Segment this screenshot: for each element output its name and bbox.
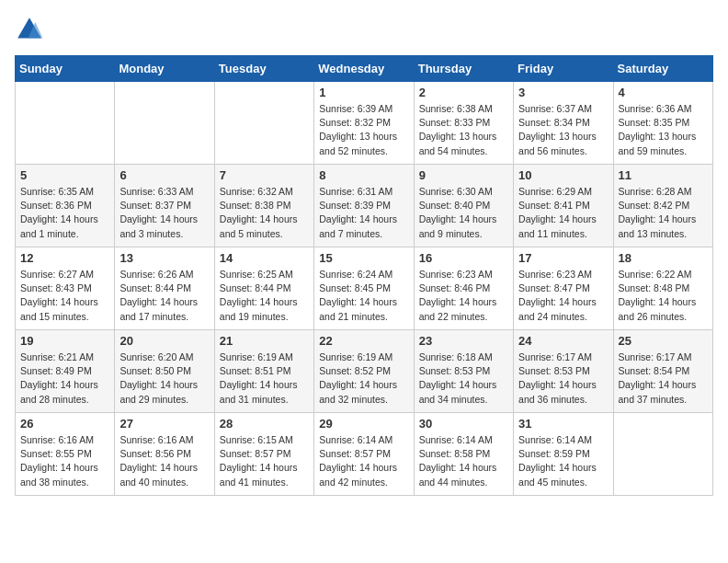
calendar-cell: 10Sunrise: 6:29 AM Sunset: 8:41 PM Dayli… xyxy=(514,165,613,247)
day-number: 15 xyxy=(319,251,408,265)
header-thursday: Thursday xyxy=(414,56,513,82)
day-info: Sunrise: 6:17 AM Sunset: 8:54 PM Dayligh… xyxy=(619,350,708,407)
day-number: 1 xyxy=(319,86,408,99)
calendar: SundayMondayTuesdayWednesdayThursdayFrid… xyxy=(15,55,713,496)
day-info: Sunrise: 6:16 AM Sunset: 8:56 PM Dayligh… xyxy=(119,433,209,489)
page-header xyxy=(15,15,713,44)
week-row-1: 1Sunrise: 6:39 AM Sunset: 8:32 PM Daylig… xyxy=(16,82,713,165)
calendar-cell: 25Sunrise: 6:17 AM Sunset: 8:54 PM Dayli… xyxy=(613,330,712,413)
day-number: 17 xyxy=(518,251,608,265)
calendar-cell: 24Sunrise: 6:17 AM Sunset: 8:53 PM Dayli… xyxy=(514,330,613,413)
header-monday: Monday xyxy=(115,56,214,82)
calendar-cell: 30Sunrise: 6:14 AM Sunset: 8:58 PM Dayli… xyxy=(414,413,513,496)
calendar-cell: 20Sunrise: 6:20 AM Sunset: 8:50 PM Dayli… xyxy=(115,330,214,413)
day-number: 24 xyxy=(518,334,608,348)
calendar-cell: 21Sunrise: 6:19 AM Sunset: 8:51 PM Dayli… xyxy=(214,330,313,413)
calendar-cell: 29Sunrise: 6:14 AM Sunset: 8:57 PM Dayli… xyxy=(314,413,414,496)
week-row-4: 19Sunrise: 6:21 AM Sunset: 8:49 PM Dayli… xyxy=(16,330,713,413)
calendar-cell: 3Sunrise: 6:37 AM Sunset: 8:34 PM Daylig… xyxy=(514,82,613,165)
day-number: 22 xyxy=(319,334,408,348)
day-info: Sunrise: 6:14 AM Sunset: 8:57 PM Dayligh… xyxy=(319,433,408,489)
day-number: 13 xyxy=(119,251,209,265)
calendar-cell: 28Sunrise: 6:15 AM Sunset: 8:57 PM Dayli… xyxy=(214,413,313,496)
calendar-cell: 18Sunrise: 6:22 AM Sunset: 8:48 PM Dayli… xyxy=(613,247,712,330)
logo-icon xyxy=(15,15,44,44)
calendar-cell: 12Sunrise: 6:27 AM Sunset: 8:43 PM Dayli… xyxy=(16,247,115,330)
day-number: 4 xyxy=(619,86,708,99)
calendar-cell xyxy=(214,82,313,165)
calendar-cell: 27Sunrise: 6:16 AM Sunset: 8:56 PM Dayli… xyxy=(115,413,214,496)
header-friday: Friday xyxy=(514,56,613,82)
day-info: Sunrise: 6:39 AM Sunset: 8:32 PM Dayligh… xyxy=(319,102,408,158)
day-number: 27 xyxy=(119,417,209,431)
day-number: 28 xyxy=(220,417,309,431)
calendar-cell: 7Sunrise: 6:32 AM Sunset: 8:38 PM Daylig… xyxy=(214,165,313,247)
day-info: Sunrise: 6:19 AM Sunset: 8:52 PM Dayligh… xyxy=(319,350,408,407)
week-row-5: 26Sunrise: 6:16 AM Sunset: 8:55 PM Dayli… xyxy=(16,413,713,496)
day-info: Sunrise: 6:25 AM Sunset: 8:44 PM Dayligh… xyxy=(220,268,309,324)
day-info: Sunrise: 6:19 AM Sunset: 8:51 PM Dayligh… xyxy=(220,350,309,407)
calendar-cell: 17Sunrise: 6:23 AM Sunset: 8:47 PM Dayli… xyxy=(514,247,613,330)
day-info: Sunrise: 6:16 AM Sunset: 8:55 PM Dayligh… xyxy=(20,433,109,489)
day-info: Sunrise: 6:22 AM Sunset: 8:48 PM Dayligh… xyxy=(619,268,708,324)
calendar-cell: 11Sunrise: 6:28 AM Sunset: 8:42 PM Dayli… xyxy=(613,165,712,247)
calendar-cell: 8Sunrise: 6:31 AM Sunset: 8:39 PM Daylig… xyxy=(314,165,414,247)
day-number: 29 xyxy=(319,417,408,431)
calendar-cell: 31Sunrise: 6:14 AM Sunset: 8:59 PM Dayli… xyxy=(514,413,613,496)
day-number: 25 xyxy=(619,334,708,348)
day-info: Sunrise: 6:36 AM Sunset: 8:35 PM Dayligh… xyxy=(619,102,708,158)
day-info: Sunrise: 6:31 AM Sunset: 8:39 PM Dayligh… xyxy=(319,185,408,241)
day-number: 26 xyxy=(20,417,109,431)
day-number: 21 xyxy=(220,334,309,348)
calendar-cell: 5Sunrise: 6:35 AM Sunset: 8:36 PM Daylig… xyxy=(16,165,115,247)
day-info: Sunrise: 6:28 AM Sunset: 8:42 PM Dayligh… xyxy=(619,185,708,241)
day-info: Sunrise: 6:30 AM Sunset: 8:40 PM Dayligh… xyxy=(419,185,508,241)
header-wednesday: Wednesday xyxy=(314,56,414,82)
header-tuesday: Tuesday xyxy=(214,56,313,82)
day-number: 12 xyxy=(20,251,109,265)
day-info: Sunrise: 6:32 AM Sunset: 8:38 PM Dayligh… xyxy=(220,185,309,241)
day-number: 18 xyxy=(619,251,708,265)
calendar-cell xyxy=(613,413,712,496)
header-saturday: Saturday xyxy=(613,56,712,82)
day-info: Sunrise: 6:33 AM Sunset: 8:37 PM Dayligh… xyxy=(119,185,209,241)
day-info: Sunrise: 6:15 AM Sunset: 8:57 PM Dayligh… xyxy=(220,433,309,489)
day-number: 23 xyxy=(419,334,508,348)
day-number: 7 xyxy=(220,168,309,182)
calendar-header-row: SundayMondayTuesdayWednesdayThursdayFrid… xyxy=(16,56,713,82)
calendar-cell: 19Sunrise: 6:21 AM Sunset: 8:49 PM Dayli… xyxy=(16,330,115,413)
day-number: 20 xyxy=(119,334,209,348)
day-info: Sunrise: 6:18 AM Sunset: 8:53 PM Dayligh… xyxy=(419,350,508,407)
day-info: Sunrise: 6:26 AM Sunset: 8:44 PM Dayligh… xyxy=(119,268,209,324)
day-number: 6 xyxy=(119,168,209,182)
day-info: Sunrise: 6:20 AM Sunset: 8:50 PM Dayligh… xyxy=(119,350,209,407)
header-sunday: Sunday xyxy=(16,56,115,82)
day-info: Sunrise: 6:23 AM Sunset: 8:47 PM Dayligh… xyxy=(518,268,608,324)
day-info: Sunrise: 6:24 AM Sunset: 8:45 PM Dayligh… xyxy=(319,268,408,324)
day-info: Sunrise: 6:23 AM Sunset: 8:46 PM Dayligh… xyxy=(419,268,508,324)
logo xyxy=(15,15,48,44)
day-number: 9 xyxy=(419,168,508,182)
calendar-cell: 15Sunrise: 6:24 AM Sunset: 8:45 PM Dayli… xyxy=(314,247,414,330)
week-row-2: 5Sunrise: 6:35 AM Sunset: 8:36 PM Daylig… xyxy=(16,165,713,247)
calendar-cell: 22Sunrise: 6:19 AM Sunset: 8:52 PM Dayli… xyxy=(314,330,414,413)
day-info: Sunrise: 6:29 AM Sunset: 8:41 PM Dayligh… xyxy=(518,185,608,241)
day-number: 11 xyxy=(619,168,708,182)
day-number: 30 xyxy=(419,417,508,431)
day-info: Sunrise: 6:17 AM Sunset: 8:53 PM Dayligh… xyxy=(518,350,608,407)
calendar-cell: 1Sunrise: 6:39 AM Sunset: 8:32 PM Daylig… xyxy=(314,82,414,165)
day-info: Sunrise: 6:37 AM Sunset: 8:34 PM Dayligh… xyxy=(518,102,608,158)
calendar-cell: 26Sunrise: 6:16 AM Sunset: 8:55 PM Dayli… xyxy=(16,413,115,496)
calendar-cell: 23Sunrise: 6:18 AM Sunset: 8:53 PM Dayli… xyxy=(414,330,513,413)
day-number: 8 xyxy=(319,168,408,182)
week-row-3: 12Sunrise: 6:27 AM Sunset: 8:43 PM Dayli… xyxy=(16,247,713,330)
calendar-cell: 9Sunrise: 6:30 AM Sunset: 8:40 PM Daylig… xyxy=(414,165,513,247)
day-info: Sunrise: 6:14 AM Sunset: 8:58 PM Dayligh… xyxy=(419,433,508,489)
calendar-cell: 13Sunrise: 6:26 AM Sunset: 8:44 PM Dayli… xyxy=(115,247,214,330)
calendar-cell xyxy=(16,82,115,165)
calendar-cell: 4Sunrise: 6:36 AM Sunset: 8:35 PM Daylig… xyxy=(613,82,712,165)
day-info: Sunrise: 6:21 AM Sunset: 8:49 PM Dayligh… xyxy=(20,350,109,407)
day-number: 19 xyxy=(20,334,109,348)
day-number: 14 xyxy=(220,251,309,265)
calendar-cell: 2Sunrise: 6:38 AM Sunset: 8:33 PM Daylig… xyxy=(414,82,513,165)
